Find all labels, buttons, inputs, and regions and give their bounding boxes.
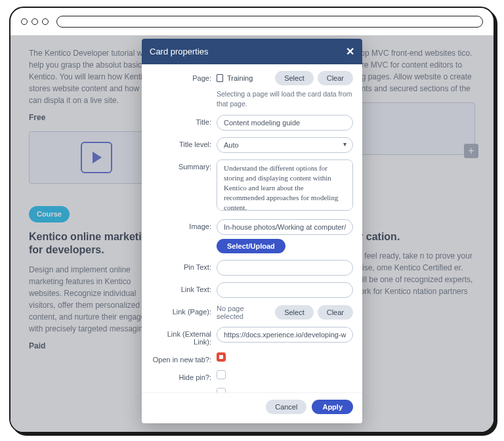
modal-footer: Cancel Apply (142, 392, 362, 423)
traffic-dot[interactable] (21, 18, 28, 25)
modal-header: Card properties ✕ (142, 39, 362, 64)
label-link-external: Link (External Link): (151, 327, 211, 346)
label-hide-pin: Hide pin?: (151, 370, 211, 381)
open-new-tab-checkbox[interactable] (217, 352, 226, 362)
link-page-value: No page selected (217, 304, 271, 320)
page-icon (217, 74, 223, 82)
label-link-page: Link (Page): (151, 304, 211, 316)
hide-pin-checkbox[interactable] (217, 370, 226, 379)
summary-textarea[interactable]: Understand the different options for sto… (217, 159, 353, 211)
traffic-dot[interactable] (42, 18, 49, 25)
card-properties-modal: Card properties ✕ Page: Training Select (142, 39, 362, 423)
link-page-clear-button[interactable]: Clear (318, 305, 353, 320)
cancel-button[interactable]: Cancel (266, 400, 306, 414)
viewport: The Kentico Developer tutorial will help… (10, 35, 494, 433)
page-value: Training (217, 74, 253, 82)
browser-chrome (10, 8, 494, 35)
browser-frame: The Kentico Developer tutorial will help… (9, 7, 495, 433)
select-upload-button[interactable]: Select/Upload (217, 239, 285, 253)
label-title: Title: (151, 115, 211, 126)
apply-button[interactable]: Apply (312, 400, 353, 414)
traffic-dot[interactable] (32, 18, 38, 25)
label-summary: Summary: (151, 159, 211, 171)
link-text-input[interactable] (217, 282, 353, 298)
image-input[interactable] (217, 219, 353, 235)
title-input[interactable] (217, 115, 353, 131)
modal-title: Card properties (150, 47, 209, 56)
close-icon[interactable]: ✕ (346, 45, 354, 58)
pin-text-input[interactable] (217, 260, 353, 276)
link-external-input[interactable] (217, 327, 353, 343)
page-clear-button[interactable]: Clear (318, 71, 353, 85)
label-link-text: Link Text: (151, 282, 211, 293)
modal-body: Page: Training Select Clear Selecting a … (142, 64, 362, 392)
traffic-lights (21, 18, 49, 25)
label-deactivate: Deactivate card?: (151, 388, 211, 392)
link-page-select-button[interactable]: Select (275, 305, 314, 320)
title-level-select[interactable]: Auto (217, 137, 353, 153)
label-open-new-tab: Open in new tab?: (151, 352, 211, 364)
url-bar[interactable] (56, 16, 483, 28)
deactivate-checkbox[interactable] (217, 388, 226, 392)
label-page: Page: (151, 71, 211, 82)
label-pin-text: Pin Text: (151, 260, 211, 271)
label-title-level: Title level: (151, 137, 211, 148)
label-image: Image: (151, 219, 211, 230)
page-select-button[interactable]: Select (275, 71, 314, 85)
page-note: Selecting a page will load the card data… (217, 89, 353, 108)
